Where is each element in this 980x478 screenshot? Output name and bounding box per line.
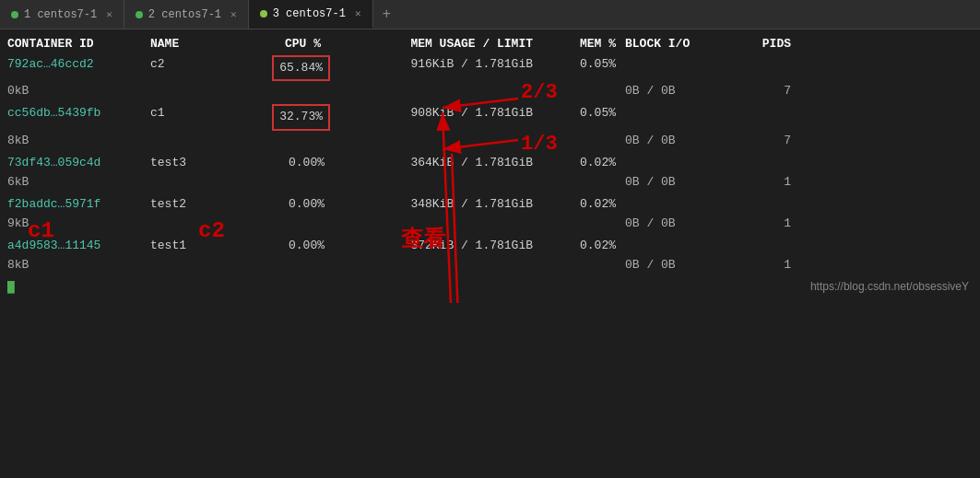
spacer-1 [150, 82, 233, 100]
tab-1-label: 1 centos7-1 [24, 8, 97, 21]
pids-1: 7 [736, 82, 791, 100]
spacer-2b [233, 132, 339, 150]
spacer-5d [551, 256, 625, 274]
spacer-2c [339, 132, 551, 150]
cpu-val-4: 0.00% [283, 195, 330, 213]
mempct-4: 0.02% [551, 195, 625, 214]
spacer-1b [233, 82, 339, 100]
spacer-5 [150, 256, 233, 274]
tab-1[interactable]: 1 centos7-1 ✕ [0, 0, 124, 29]
spacer-3c [339, 173, 551, 192]
plus-icon: + [383, 6, 392, 23]
tab-3-dot [260, 10, 267, 17]
col-pids-header: PIDS [736, 35, 791, 53]
cpu-5: 0.00% [233, 237, 339, 255]
table-sub-row-3: 6kB 0B / 0B 1 [7, 173, 973, 192]
annotation-check: 查看 [401, 223, 445, 257]
tab-add-button[interactable]: + [373, 0, 401, 29]
block-io-1: 0B / 0B [625, 82, 736, 100]
table-row: cc56db…5439fb c1 32.73% 908KiB / 1.781Gi… [7, 104, 973, 130]
table-sub-row-4: 9kB 0B / 0B 1 [7, 215, 973, 233]
net-io-1: 0kB [7, 82, 150, 100]
block-io-4: 0B / 0B [625, 215, 736, 233]
cpu-val-5: 0.00% [283, 237, 330, 254]
net-io-3: 6kB [7, 173, 150, 192]
spacer-2 [150, 132, 233, 150]
block-io-3: 0B / 0B [625, 173, 736, 192]
container-id-1: 792ac…46ccd2 [7, 55, 150, 81]
col-block-header: BLOCK I/O [625, 35, 736, 53]
container-id-2: cc56db…5439fb [7, 104, 150, 130]
pids-4: 1 [736, 215, 791, 233]
mem-2: 908KiB / 1.781GiB [339, 104, 551, 130]
tab-3-close[interactable]: ✕ [355, 7, 361, 19]
tab-3[interactable]: 3 centos7-1 ✕ [249, 0, 373, 29]
tab-1-dot [11, 11, 18, 18]
cpu-1: 65.84% [233, 55, 339, 81]
cpu-2: 32.73% [233, 104, 339, 130]
block-io-5: 0B / 0B [625, 256, 736, 274]
table-row: f2baddc…5971f test2 0.00% 348KiB / 1.781… [7, 195, 973, 214]
name-4: test2 [150, 195, 233, 214]
spacer-3b [233, 173, 339, 192]
mem-5: 372KiB / 1.781GiB [339, 237, 551, 255]
name-3: test3 [150, 154, 233, 172]
annotation-13: 1/3 [521, 129, 558, 160]
tab-2[interactable]: 2 centos7-1 ✕ [124, 0, 249, 29]
table-row: a4d9583…11145 test1 0.00% 372KiB / 1.781… [7, 237, 973, 255]
cpu-3: 0.00% [233, 154, 339, 172]
mem-1: 916KiB / 1.781GiB [339, 55, 551, 81]
table-sub-row-2: 8kB 0B / 0B 7 [7, 132, 973, 150]
terminal: CONTAINER ID NAME CPU % MEM USAGE / LIMI… [0, 29, 980, 303]
table-row: 73df43…059c4d test3 0.00% 364KiB / 1.781… [7, 154, 973, 172]
col-name-header: NAME [150, 35, 233, 53]
col-cpu-header: CPU % [233, 35, 339, 53]
spacer-4c [339, 215, 551, 233]
tab-2-close[interactable]: ✕ [230, 8, 237, 20]
net-io-2: 8kB [7, 132, 150, 150]
mempct-5: 0.02% [551, 237, 625, 255]
container-id-4: f2baddc…5971f [7, 195, 150, 214]
watermark: https://blog.csdn.net/obsessiveY [810, 278, 969, 296]
mem-3: 364KiB / 1.781GiB [339, 154, 551, 172]
cpu-val-3: 0.00% [283, 154, 330, 171]
annotation-c2: c2 [198, 214, 225, 248]
pids-3: 1 [736, 173, 791, 192]
spacer-1c [339, 82, 551, 100]
spacer-2d [551, 132, 625, 150]
cpu-box-2: 32.73% [272, 104, 330, 130]
mempct-1: 0.05% [551, 55, 625, 81]
cpu-box-1: 65.84% [272, 55, 330, 81]
mempct-3: 0.02% [551, 154, 625, 172]
spacer-5c [339, 256, 551, 274]
annotation-c1: c1 [28, 214, 54, 248]
col-container-header: CONTAINER ID [7, 35, 150, 53]
table-row: 792ac…46ccd2 c2 65.84% 916KiB / 1.781GiB… [7, 55, 973, 81]
tab-2-label: 2 centos7-1 [148, 8, 221, 21]
cursor-icon: █ [7, 281, 15, 295]
col-mempct-header: MEM % [551, 35, 625, 53]
table-sub-row-5: 8kB 0B / 0B 1 [7, 256, 973, 274]
cpu-4: 0.00% [233, 195, 339, 214]
spacer-3d [551, 173, 625, 192]
container-id-3: 73df43…059c4d [7, 154, 150, 172]
block-io-2: 0B / 0B [625, 132, 736, 150]
spacer-3 [150, 173, 233, 192]
tab-3-label: 3 centos7-1 [273, 7, 346, 20]
annotation-23: 2/3 [521, 77, 558, 109]
mempct-2: 0.05% [551, 104, 625, 130]
spacer-1d [551, 82, 625, 100]
tab-2-dot [136, 11, 143, 18]
table-header: CONTAINER ID NAME CPU % MEM USAGE / LIMI… [7, 35, 973, 53]
mem-4: 348KiB / 1.781GiB [339, 195, 551, 214]
tab-1-close[interactable]: ✕ [106, 8, 112, 20]
net-io-5: 8kB [7, 256, 150, 274]
spacer-4d [551, 215, 625, 233]
col-mem-header: MEM USAGE / LIMIT [339, 35, 551, 53]
name-1: c2 [150, 55, 233, 81]
pids-2: 7 [736, 132, 791, 150]
spacer-5b [233, 256, 339, 274]
pids-5: 1 [736, 256, 791, 274]
spacer-4b [233, 215, 339, 233]
table-sub-row-1: 0kB 0B / 0B 7 [7, 82, 973, 100]
